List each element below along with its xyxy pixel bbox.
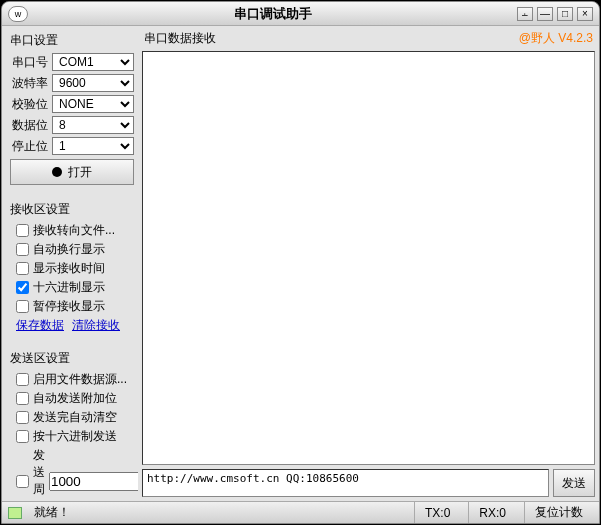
minimize-button[interactable]: —: [537, 7, 553, 21]
clear-rx-link[interactable]: 清除接收: [72, 317, 120, 334]
parity-label: 校验位: [10, 96, 50, 113]
tx-settings-group: 发送区设置 启用文件数据源... 自动发送附加位 发送完自动清空 按十六进制发送…: [6, 348, 138, 497]
rx-hex-check[interactable]: [16, 281, 29, 294]
rx-pause-check[interactable]: [16, 300, 29, 313]
open-label: 打开: [68, 164, 92, 181]
rx-settings-group: 接收区设置 接收转向文件... 自动换行显示 显示接收时间 十六进制显示 暂停接…: [6, 199, 138, 340]
tx-period-label: 发送周期: [33, 447, 45, 497]
tx-filesrc-check[interactable]: [16, 373, 29, 386]
statusbar: 就绪！ TX:0 RX:0 复位计数: [2, 501, 599, 523]
ready-icon: [8, 507, 22, 519]
rx-to-file-check[interactable]: [16, 224, 29, 237]
stopbits-select[interactable]: 1: [52, 137, 134, 155]
rx-showtime-label: 显示接收时间: [33, 260, 105, 277]
rx-to-file-label: 接收转向文件...: [33, 222, 115, 239]
tx-extra-label: 自动发送附加位: [33, 390, 117, 407]
pin-button[interactable]: ⫠: [517, 7, 533, 21]
rx-autowrap-check[interactable]: [16, 243, 29, 256]
tx-autoclear-label: 发送完自动清空: [33, 409, 117, 426]
port-label: 串口号: [10, 54, 50, 71]
status-dot-icon: [52, 167, 62, 177]
tx-period-input[interactable]: [49, 472, 138, 491]
serial-group-title: 串口设置: [10, 32, 134, 49]
titlebar: w 串口调试助手 ⫠ — □ ×: [2, 2, 599, 26]
rx-pause-label: 暂停接收显示: [33, 298, 105, 315]
parity-select[interactable]: NONE: [52, 95, 134, 113]
tx-hex-check[interactable]: [16, 430, 29, 443]
tx-autoclear-check[interactable]: [16, 411, 29, 424]
tx-hex-label: 按十六进制发送: [33, 428, 117, 445]
status-tx: TX:0: [414, 502, 460, 523]
tx-filesrc-label: 启用文件数据源...: [33, 371, 127, 388]
app-icon: w: [8, 6, 28, 22]
maximize-button[interactable]: □: [557, 7, 573, 21]
status-rx: RX:0: [468, 502, 516, 523]
databits-label: 数据位: [10, 117, 50, 134]
baud-label: 波特率: [10, 75, 50, 92]
save-data-link[interactable]: 保存数据: [16, 317, 64, 334]
status-ready: 就绪！: [34, 504, 70, 521]
window-title: 串口调试助手: [28, 5, 517, 23]
serial-settings-group: 串口设置 串口号 COM1 波特率 9600 校验位 NONE 数据位 8: [6, 30, 138, 191]
port-select[interactable]: COM1: [52, 53, 134, 71]
rx-textarea[interactable]: [142, 51, 595, 465]
close-button[interactable]: ×: [577, 7, 593, 21]
rx-group-title: 接收区设置: [10, 201, 134, 218]
open-port-button[interactable]: 打开: [10, 159, 134, 185]
tx-extra-check[interactable]: [16, 392, 29, 405]
rx-showtime-check[interactable]: [16, 262, 29, 275]
rx-area-title: 串口数据接收: [144, 30, 216, 47]
baud-select[interactable]: 9600: [52, 74, 134, 92]
rx-autowrap-label: 自动换行显示: [33, 241, 105, 258]
brand-label: @野人 V4.2.3: [519, 30, 593, 47]
rx-hex-label: 十六进制显示: [33, 279, 105, 296]
stopbits-label: 停止位: [10, 138, 50, 155]
databits-select[interactable]: 8: [52, 116, 134, 134]
reset-count-button[interactable]: 复位计数: [524, 502, 593, 523]
send-button[interactable]: 发送: [553, 469, 595, 497]
tx-period-check[interactable]: [16, 475, 29, 488]
tx-input[interactable]: http://www.cmsoft.cn QQ:10865600: [142, 469, 549, 497]
tx-group-title: 发送区设置: [10, 350, 134, 367]
